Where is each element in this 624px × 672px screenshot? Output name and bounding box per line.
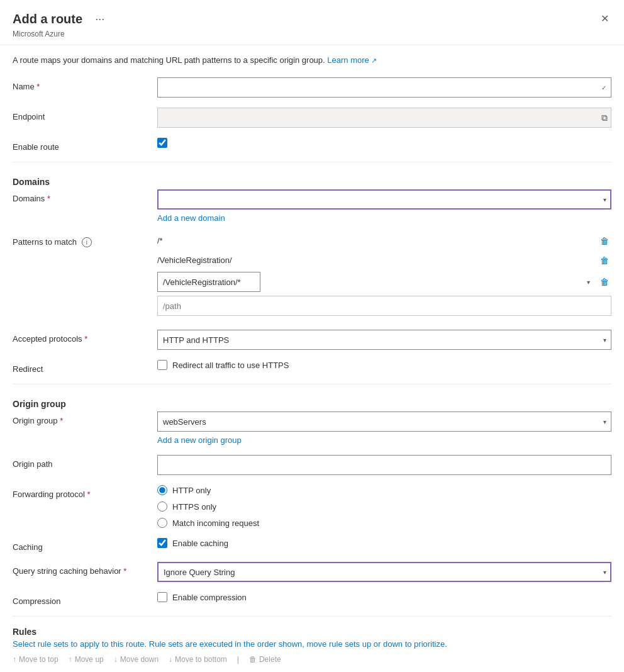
endpoint-input (157, 108, 611, 128)
move-down-icon: ↓ (114, 655, 118, 664)
delete-rule-button[interactable]: 🗑 Delete (249, 655, 281, 664)
caching-control: Enable caching (157, 538, 611, 548)
origin-path-input[interactable] (157, 455, 611, 475)
origin-group-select[interactable]: webServers (157, 412, 611, 432)
external-link-icon: ↗ (371, 57, 377, 64)
divider-3 (13, 616, 611, 617)
compression-row: Compression Enable compression (13, 592, 611, 606)
origin-path-label: Origin path (13, 455, 157, 469)
forwarding-protocol-row: Forwarding protocol * HTTP only HTTPS on… (13, 485, 611, 528)
rules-toolbar: ↑ Move to top ↑ Move up ↓ Move down ↓ Mo… (13, 655, 611, 664)
panel-title: Add a route (13, 12, 82, 26)
move-to-bottom-icon: ↓ (169, 655, 172, 664)
patterns-label: Patterns to match i (13, 233, 157, 247)
compression-control: Enable compression (157, 592, 611, 602)
enable-route-checkbox[interactable] (157, 138, 167, 148)
rules-down-link[interactable]: down (383, 639, 403, 649)
accepted-protocols-select[interactable]: HTTP and HTTPS HTTP only HTTPS only (157, 330, 611, 350)
redirect-row: Redirect Redirect all traffic to use HTT… (13, 360, 611, 374)
panel: Add a route ··· Microsoft Azure ✕ A rout… (0, 0, 624, 672)
description: A route maps your domains and matching U… (13, 55, 611, 65)
forwarding-http-only-radio[interactable] (157, 485, 167, 495)
redirect-checkbox-label: Redirect all traffic to use HTTPS (172, 361, 289, 370)
forwarding-match-incoming-radio[interactable] (157, 518, 167, 528)
origin-path-row: Origin path (13, 455, 611, 475)
pattern-row-3: /VehicleRegistration/* ▾ 🗑 (157, 272, 611, 292)
caching-checkbox-wrapper: Enable caching (157, 538, 611, 548)
pattern-row-1: /* 🗑 (157, 233, 611, 249)
origin-group-section-row: Origin group (13, 395, 611, 409)
redirect-checkbox[interactable] (157, 360, 167, 370)
divider-2 (13, 384, 611, 384)
add-domain-link[interactable]: Add a new domain (157, 213, 611, 223)
add-origin-group-link[interactable]: Add a new origin group (157, 435, 611, 445)
rules-description: Select rule sets to apply to this route.… (13, 639, 611, 649)
learn-more-link[interactable]: Learn more ↗ (327, 55, 377, 65)
accepted-protocols-row: Accepted protocols * HTTP and HTTPS HTTP… (13, 330, 611, 350)
patterns-hint-icon[interactable]: i (82, 237, 92, 247)
name-label: Name * (13, 77, 157, 91)
move-up-icon: ↑ (69, 655, 72, 664)
query-string-caching-row: Query string caching behavior * Ignore Q… (13, 562, 611, 582)
toolbar-separator: | (237, 655, 239, 664)
panel-subtitle: Microsoft Azure (13, 30, 107, 38)
pattern-row-2: /VehicleRegistration/ 🗑 (157, 252, 611, 268)
endpoint-control: ⧉ (157, 108, 611, 128)
pattern-3-dropdown-icon: ▾ (587, 279, 590, 286)
caching-checkbox[interactable] (157, 538, 167, 548)
pattern-1-delete[interactable]: 🗑 (598, 233, 611, 249)
query-string-caching-label: Query string caching behavior * (13, 562, 157, 576)
pattern-3-delete[interactable]: 🗑 (598, 274, 611, 289)
name-control: VehicleRegistration ✓ (157, 77, 611, 98)
forwarding-protocol-radio-group: HTTP only HTTPS only Match incoming requ… (157, 485, 611, 528)
rules-section: Rules Select rule sets to apply to this … (13, 627, 611, 672)
forwarding-http-only-label: HTTP only (172, 486, 211, 495)
forwarding-https-only-label: HTTPS only (172, 502, 216, 512)
pattern-3-select[interactable]: /VehicleRegistration/* (157, 272, 260, 292)
domains-section-label: Domains (13, 172, 157, 187)
panel-header: Add a route ··· Microsoft Azure ✕ (0, 0, 624, 45)
accepted-protocols-select-wrapper: HTTP and HTTPS HTTP only HTTPS only ▾ (157, 330, 611, 350)
forwarding-match-incoming-wrapper: Match incoming request (157, 518, 611, 528)
forwarding-match-incoming-label: Match incoming request (172, 518, 259, 528)
patterns-row: Patterns to match i /* 🗑 /VehicleRegistr… (13, 233, 611, 320)
endpoint-row: Endpoint ⧉ (13, 108, 611, 128)
move-down-button[interactable]: ↓ Move down (114, 655, 159, 664)
pattern-2-text: /VehicleRegistration/ (157, 252, 595, 268)
domains-section-row: Domains (13, 172, 611, 187)
panel-body: A route maps your domains and matching U… (0, 45, 624, 672)
enable-route-control (157, 138, 611, 148)
name-input[interactable]: VehicleRegistration (157, 77, 611, 98)
query-string-caching-required: * (123, 566, 126, 576)
origin-group-control: webServers ▾ Add a new origin group (157, 412, 611, 445)
compression-checkbox[interactable] (157, 592, 167, 602)
pattern-2-delete[interactable]: 🗑 (598, 253, 611, 268)
origin-path-control (157, 455, 611, 475)
pattern-3-select-wrapper: /VehicleRegistration/* ▾ (157, 272, 595, 292)
pattern-row-4 (157, 296, 611, 316)
close-button[interactable]: ✕ (598, 10, 611, 27)
copy-button[interactable]: ⧉ (601, 113, 608, 123)
forwarding-https-only-radio[interactable] (157, 501, 167, 512)
domains-select[interactable] (157, 189, 611, 210)
domains-select-wrapper: ▾ (157, 189, 611, 210)
pattern-4-input[interactable] (157, 296, 611, 316)
redirect-label: Redirect (13, 360, 157, 374)
query-string-caching-control: Ignore Query String Use Query String Ign… (157, 562, 611, 582)
move-to-bottom-label: Move to bottom (175, 655, 227, 664)
move-up-button[interactable]: ↑ Move up (69, 655, 104, 664)
compression-label: Compression (13, 592, 157, 606)
accepted-protocols-label: Accepted protocols * (13, 330, 157, 344)
domains-row: Domains * ▾ Add a new domain (13, 189, 611, 223)
enable-route-row: Enable route (13, 138, 611, 152)
header-left: Add a route ··· Microsoft Azure (13, 10, 107, 38)
move-down-label: Move down (120, 655, 159, 664)
more-button[interactable]: ··· (92, 10, 107, 28)
query-string-caching-select[interactable]: Ignore Query String Use Query String Ign… (157, 562, 611, 582)
move-to-top-button[interactable]: ↑ Move to top (13, 655, 58, 664)
forwarding-https-only-wrapper: HTTPS only (157, 501, 611, 512)
move-to-bottom-button[interactable]: ↓ Move to bottom (169, 655, 227, 664)
domains-required: * (47, 194, 50, 203)
redirect-control: Redirect all traffic to use HTTPS (157, 360, 611, 370)
caching-row: Caching Enable caching (13, 538, 611, 552)
